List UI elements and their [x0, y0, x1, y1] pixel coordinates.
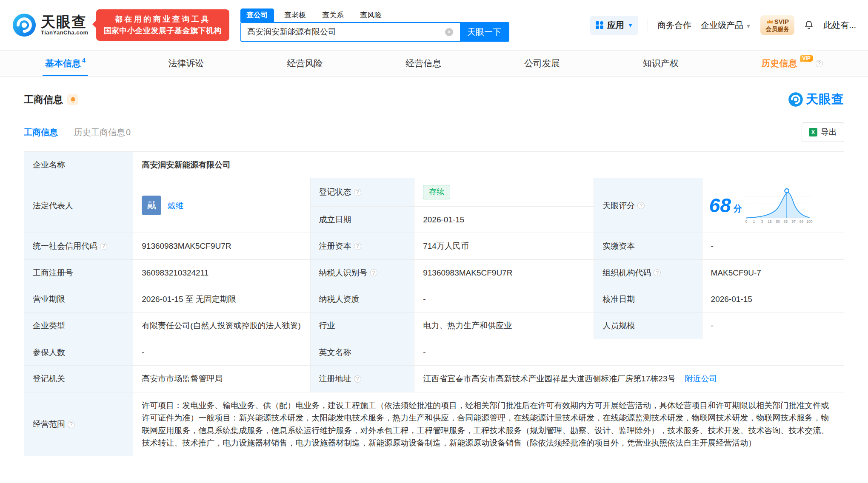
field-label-est-date: 成立日期	[310, 206, 414, 233]
field-value-legal-rep: 戴 戴维	[133, 178, 310, 233]
legal-rep-link[interactable]: 戴维	[167, 199, 183, 212]
clear-icon[interactable]	[445, 28, 453, 36]
search-input[interactable]	[241, 23, 460, 41]
question-icon[interactable]	[354, 375, 361, 383]
score-unit: 分	[734, 202, 742, 215]
section-bell-icon[interactable]	[67, 94, 78, 105]
search-button[interactable]: 天眼一下	[460, 23, 508, 41]
subtab-business-info[interactable]: 工商信息	[24, 127, 58, 138]
field-value-staff-size: -	[702, 313, 844, 339]
search-tab-risk[interactable]: 查风险	[354, 9, 388, 22]
field-value-insured: -	[133, 339, 310, 365]
search-tab-boss[interactable]: 查老板	[278, 9, 312, 22]
field-label-business-term: 营业期限	[24, 286, 133, 312]
subtab-history-count: 0	[126, 128, 131, 137]
field-value-address: 江西省宜春市高安市高新技术产业园祥星大道西侧标准厂房第17栋23号 附近公司	[414, 366, 844, 392]
field-value-business-scope: 许可项目：发电业务、输电业务、供（配）电业务，建设工程施工（依法须经批准的项目，…	[133, 392, 844, 456]
logo-text: 天眼查 TianYanCha.com	[41, 14, 89, 36]
question-icon[interactable]	[654, 269, 661, 276]
score-number: 68	[709, 196, 731, 215]
reg-status-label-text: 登记状态	[319, 188, 351, 196]
top-header: 天眼查 TianYanCha.com 都在用的商业查询工具 国家中小企业发展子基…	[0, 0, 868, 50]
svip-label: SVIP	[774, 18, 789, 25]
field-label-company-type: 企业类型	[24, 313, 133, 339]
chevron-down-icon: ▼	[745, 23, 751, 29]
field-label-paid-capital: 实缴资本	[594, 233, 702, 259]
tab-basic-info[interactable]: 基本信息 4	[43, 51, 88, 76]
apps-menu-label: 应用	[607, 20, 624, 31]
search-area: 查公司 查老板 查关系 查风险 天眼一下	[240, 9, 509, 42]
question-icon[interactable]	[68, 421, 75, 428]
watermark-text: 天眼查	[806, 91, 844, 108]
field-label-org-code: 组织机构代码	[594, 259, 702, 286]
field-label-approval-date: 核准日期	[594, 286, 702, 312]
tab-history-info-label: 历史信息	[762, 57, 797, 69]
tab-intellectual-property[interactable]: 知识产权	[640, 51, 681, 76]
tab-history-info[interactable]: 历史信息 VIP	[759, 51, 825, 76]
promo-banner-line1: 都在用的商业查询工具	[104, 14, 222, 25]
menu-enterprise[interactable]: 企业级产品 ▼	[701, 20, 751, 31]
subtab-history-business-info[interactable]: 历史工商信息 0	[74, 127, 131, 138]
question-icon[interactable]	[816, 60, 823, 67]
table-row: 登记机关 高安市市场监督管理局 注册地址 江西省宜春市高安市高新技术产业园祥星大…	[24, 366, 844, 392]
logo-name-cn: 天眼查	[41, 14, 89, 30]
field-label-company-name: 企业名称	[24, 152, 133, 178]
status-badge: 存续	[423, 185, 450, 199]
export-button[interactable]: 导出	[802, 122, 844, 142]
tab-legal[interactable]: 法律诉讼	[166, 51, 207, 76]
field-value-company-type: 有限责任公司(自然人投资或控股的法人独资)	[133, 313, 310, 339]
search-tab-company[interactable]: 查公司	[240, 9, 274, 22]
promo-banner: 都在用的商业查询工具 国家中小企业发展子基金旗下机构	[96, 9, 230, 41]
field-value-credit-code: 91360983MAK5CF9U7R	[133, 233, 310, 259]
field-value-reg-capital: 714万人民币	[414, 233, 594, 259]
axis-tick: 3	[761, 219, 763, 224]
tab-operation-info[interactable]: 经营信息	[403, 51, 444, 76]
table-row: 参保人数 - 英文名称 -	[24, 339, 844, 365]
tianyancha-logo[interactable]: 天眼查 TianYanCha.com	[12, 13, 89, 37]
table-row: 企业类型 有限责任公司(自然人投资或控股的法人独资) 行业 电力、热力生产和供应…	[24, 313, 844, 339]
table-row: 统一社会信用代码 91360983MAK5CF9U7R 注册资本 714万人民币…	[24, 233, 844, 259]
field-value-taxpayer-quality: -	[414, 286, 594, 312]
search-tab-relation[interactable]: 查关系	[316, 9, 350, 22]
notification-bell-icon[interactable]	[804, 20, 814, 30]
subtab-row: 工商信息 历史工商信息 0 导出	[24, 122, 844, 142]
tab-operation-risk[interactable]: 经营风险	[284, 51, 325, 76]
main-content: 工商信息 天眼查 工商信息 历史工商信息 0	[0, 91, 868, 469]
crown-icon	[766, 19, 773, 24]
search-tabs: 查公司 查老板 查关系 查风险	[240, 9, 509, 22]
tab-company-development[interactable]: 公司发展	[522, 51, 562, 76]
svip-member-button[interactable]: SVIP 会员服务	[760, 15, 794, 34]
apps-menu[interactable]: 应用 ▼	[590, 16, 638, 35]
nearby-companies-link[interactable]: 附近公司	[685, 372, 717, 385]
field-label-staff-size: 人员规模	[594, 313, 702, 339]
axis-tick: 0	[745, 219, 747, 224]
field-value-taxpayer-id: 91360983MAK5CF9U7R	[414, 259, 594, 286]
address-text: 江西省宜春市高安市高新技术产业园祥星大道西侧标准厂房第17栋23号	[423, 372, 675, 385]
axis-tick: 99	[799, 219, 803, 224]
taxpayer-id-label-text: 纳税人识别号	[319, 268, 368, 277]
table-row: 企业名称 高安润安新能源有限公司	[24, 152, 844, 178]
question-icon[interactable]	[370, 269, 377, 276]
question-icon[interactable]	[354, 189, 361, 196]
field-value-industry: 电力、热力生产和供应业	[414, 313, 594, 339]
menu-more[interactable]: 此处有...	[823, 20, 856, 31]
field-value-reg-authority: 高安市市场监督管理局	[133, 366, 310, 392]
field-label-taxpayer-id: 纳税人识别号	[310, 259, 414, 286]
menu-cooperation[interactable]: 商务合作	[657, 20, 691, 31]
question-icon[interactable]	[637, 202, 645, 209]
tab-basic-info-label: 基本信息	[45, 57, 81, 69]
field-label-address: 注册地址	[310, 366, 414, 392]
field-label-english-name: 英文名称	[310, 339, 414, 365]
org-code-label-text: 组织机构代码	[602, 268, 651, 277]
field-label-reg-number: 工商注册号	[24, 259, 133, 286]
legal-rep-avatar[interactable]: 戴	[142, 196, 161, 215]
subtab-history-label: 历史工商信息	[74, 127, 125, 138]
table-row: 营业期限 2026-01-15 至 无固定期限 纳税人资质 - 核准日期 202…	[24, 286, 844, 312]
question-icon[interactable]	[354, 243, 361, 250]
reg-capital-label-text: 注册资本	[319, 242, 351, 250]
question-icon[interactable]	[100, 243, 107, 250]
apps-grid-icon	[595, 21, 604, 29]
tab-operation-risk-label: 经营风险	[287, 57, 323, 69]
top-menu: 应用 ▼ 商务合作 企业级产品 ▼ SVIP 会员服务	[590, 15, 856, 34]
search-box: 天眼一下	[240, 22, 509, 42]
